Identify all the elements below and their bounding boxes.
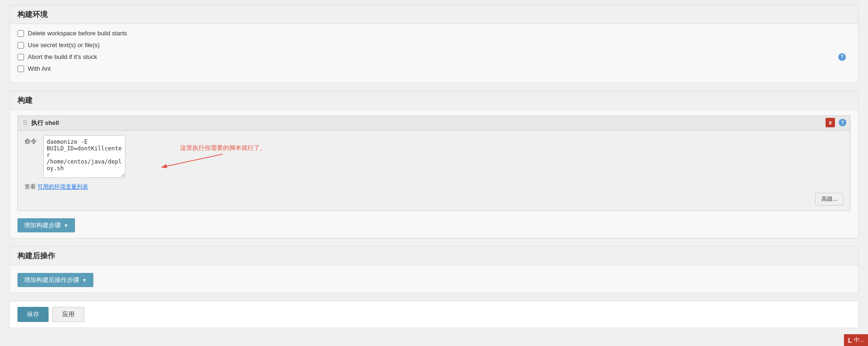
shell-help-icon[interactable]: ? <box>839 119 846 126</box>
action-row: 保存 应用 <box>9 301 859 328</box>
abort-build-help-icon[interactable]: ? <box>838 53 846 61</box>
checkbox-label-abort-build: Abort the build if it's stuck <box>28 53 97 60</box>
post-build-body: 增加构建后操作步骤 ▼ <box>10 265 858 293</box>
shell-body: 命令 daemonize -E BUILD_ID=dontKillcenter … <box>18 131 850 210</box>
post-build-section: 构建后操作 增加构建后操作步骤 ▼ <box>9 246 859 293</box>
checkbox-secret-text[interactable] <box>17 42 24 49</box>
command-textarea[interactable]: daemonize -E BUILD_ID=dontKillcenter /ho… <box>43 135 125 178</box>
checkbox-abort-build[interactable] <box>17 54 24 60</box>
post-build-title: 构建后操作 <box>10 247 858 265</box>
page-container: 构建环境 Delete workspace before build start… <box>0 0 868 346</box>
advanced-row: 高级... <box>25 191 843 206</box>
apply-button[interactable]: 应用 <box>52 307 84 322</box>
build-env-title: 构建环境 <box>10 5 858 24</box>
drag-handle-icon: ⠿ <box>23 119 27 127</box>
command-textarea-wrapper: daemonize -E BUILD_ID=dontKillcenter /ho… <box>43 135 843 179</box>
annotation-text: 这里执行你需要的脚本就行了。 <box>180 144 266 152</box>
env-link-row: 查看 可用的环境变量列表 <box>25 183 843 191</box>
checkbox-label-with-ant: With Ant <box>28 65 50 72</box>
build-env-body: Delete workspace before build starts Use… <box>10 24 858 82</box>
build-section: 构建 ⠿ 执行 shell x ? 命令 daemonize -E BUILD_… <box>9 91 859 239</box>
checkbox-with-ant[interactable] <box>17 66 24 72</box>
checkbox-label-delete-workspace: Delete workspace before build starts <box>28 30 127 37</box>
checkbox-row-secret-text: Use secret text(s) or file(s) <box>17 41 851 49</box>
taskbar-lang-label: 中... <box>854 336 864 344</box>
checkbox-row-abort-build: Abort the build if it's stuck ? <box>17 53 851 60</box>
add-post-build-arrow-icon: ▼ <box>82 278 87 283</box>
command-label: 命令 <box>25 137 39 146</box>
shell-title: 执行 shell <box>31 119 59 127</box>
checkbox-label-secret-text: Use secret text(s) or file(s) <box>28 41 99 49</box>
build-section-title: 构建 <box>10 91 858 110</box>
checkbox-delete-workspace[interactable] <box>17 30 24 37</box>
checkbox-row-delete-workspace: Delete workspace before build starts <box>17 30 851 37</box>
env-link[interactable]: 可用的环境变量列表 <box>37 183 88 190</box>
add-step-row: 增加构建步骤 ▼ <box>17 216 851 232</box>
advanced-button[interactable]: 高级... <box>815 193 843 206</box>
annotation-arrow-svg <box>138 149 326 187</box>
add-post-build-step-button[interactable]: 增加构建后操作步骤 ▼ <box>17 273 93 287</box>
add-post-build-label: 增加构建后操作步骤 <box>24 276 79 284</box>
save-button[interactable]: 保存 <box>17 307 49 322</box>
shell-block: ⠿ 执行 shell x ? 命令 daemonize -E BUILD_ID=… <box>17 115 851 211</box>
taskbar: L 中... <box>844 334 868 346</box>
build-env-section: 构建环境 Delete workspace before build start… <box>9 5 859 83</box>
add-step-arrow-icon: ▼ <box>64 223 68 228</box>
command-row: 命令 daemonize -E BUILD_ID=dontKillcenter … <box>25 135 843 179</box>
shell-header: ⠿ 执行 shell x ? <box>18 116 850 131</box>
taskbar-logo: L <box>848 337 852 344</box>
delete-shell-button[interactable]: x <box>826 118 835 127</box>
build-section-body: ⠿ 执行 shell x ? 命令 daemonize -E BUILD_ID=… <box>10 110 858 238</box>
add-build-step-button[interactable]: 增加构建步骤 ▼ <box>17 218 75 232</box>
checkbox-row-with-ant: With Ant <box>17 65 851 72</box>
svg-line-1 <box>161 154 223 167</box>
add-step-label: 增加构建步骤 <box>24 221 61 230</box>
